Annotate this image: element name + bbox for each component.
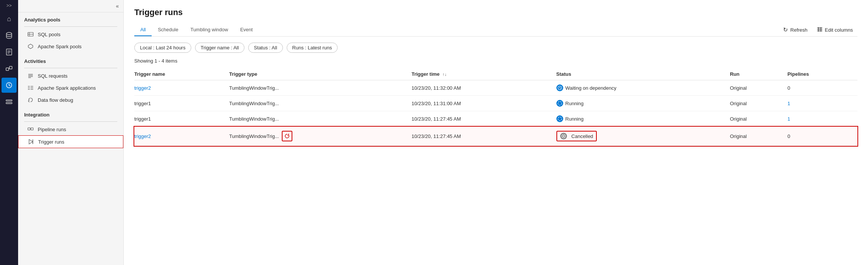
- sql-pools-label: SQL pools: [38, 32, 60, 37]
- sidebar-collapse-button[interactable]: «: [116, 3, 119, 9]
- sidebar-item-sql-pools[interactable]: SQL pools: [18, 28, 123, 40]
- table-body: trigger2 TumblingWindowTrig... 10/23/20,…: [134, 80, 857, 146]
- pipeline-runs-label: Pipeline runs: [38, 127, 66, 132]
- pipeline-count-link-2[interactable]: 1: [787, 116, 790, 122]
- sql-pools-icon: [27, 31, 34, 38]
- running-status-icon-2: [556, 115, 563, 122]
- sidebar-item-data-flow-debug[interactable]: Data flow debug: [18, 94, 123, 106]
- status-cell: Waiting on dependency: [556, 80, 730, 96]
- col-trigger-time[interactable]: Trigger time ↑↓: [412, 68, 556, 80]
- content-area: Trigger runs All Schedule Tumbling windo…: [124, 0, 868, 265]
- filter-runs[interactable]: Runs : Latest runs: [287, 43, 338, 53]
- col-pipelines: Pipelines: [787, 68, 857, 80]
- manage-nav-icon[interactable]: [2, 94, 17, 109]
- table-row-highlighted: trigger2 TumblingWindowTrig...: [134, 127, 857, 146]
- spark-pools-icon: [27, 43, 34, 50]
- run-cell: Original: [730, 96, 788, 111]
- col-trigger-name: Trigger name: [134, 68, 229, 80]
- pipelines-cell: 1: [787, 96, 857, 111]
- page-title: Trigger runs: [134, 8, 857, 17]
- running-status-icon: [556, 100, 563, 107]
- tab-all[interactable]: All: [134, 24, 152, 36]
- svg-rect-5: [6, 68, 9, 70]
- svg-point-0: [6, 32, 12, 35]
- pipelines-cell: 1: [787, 111, 857, 127]
- status-cell: Running: [556, 111, 730, 127]
- refresh-button[interactable]: ↻ Refresh: [779, 23, 812, 36]
- trigger-type-with-icon-cell: TumblingWindowTrig...: [229, 127, 412, 146]
- home-nav-icon[interactable]: ⌂: [2, 11, 17, 26]
- data-flow-debug-label: Data flow debug: [38, 97, 73, 103]
- refresh-label: Refresh: [790, 27, 808, 33]
- icon-rail: >> ⌂: [0, 0, 18, 265]
- trigger-time-cell: 10/23/20, 11:32:00 AM: [412, 80, 556, 96]
- sidebar: « Analytics pools SQL pools Apache Spark…: [18, 0, 124, 265]
- data-nav-icon[interactable]: [2, 28, 17, 43]
- expand-rail-button[interactable]: >>: [6, 3, 12, 8]
- activities-heading: Activities: [18, 54, 123, 66]
- svg-point-35: [558, 101, 562, 105]
- sql-requests-icon: [27, 72, 34, 79]
- status-cell-cancelled: Cancelled: [556, 127, 730, 146]
- status-label: Running: [565, 101, 584, 106]
- filters-row: Local : Last 24 hours Trigger name : All…: [134, 43, 857, 53]
- edit-columns-label: Edit columns: [825, 27, 853, 33]
- svg-point-36: [558, 117, 562, 121]
- develop-nav-icon[interactable]: [2, 44, 17, 60]
- filter-trigger-name[interactable]: Trigger name : All: [195, 43, 244, 53]
- tab-tumbling-window[interactable]: Tumbling window: [184, 24, 234, 36]
- trigger-runs-table: Trigger name Trigger type Trigger time ↑…: [134, 68, 857, 146]
- spark-applications-icon: [27, 84, 34, 91]
- integrate-nav-icon[interactable]: [2, 61, 17, 76]
- svg-rect-9: [6, 100, 12, 101]
- sidebar-header: «: [18, 0, 123, 12]
- refresh-icon: ↻: [783, 26, 788, 33]
- svg-rect-6: [9, 66, 12, 69]
- trigger-time-cell: 10/23/20, 11:27:45 AM: [412, 111, 556, 127]
- sidebar-item-apache-spark-pools[interactable]: Apache Spark pools: [18, 40, 123, 52]
- table-row: trigger1 TumblingWindowTrig... 10/23/20,…: [134, 111, 857, 127]
- table-header: Trigger name Trigger type Trigger time ↑…: [134, 68, 857, 80]
- trigger-time-cell: 10/23/20, 11:27:45 AM: [412, 127, 556, 146]
- sidebar-item-apache-spark-applications[interactable]: Apache Spark applications: [18, 82, 123, 94]
- filter-status[interactable]: Status : All: [248, 43, 283, 53]
- analytics-pools-heading: Analytics pools: [18, 12, 123, 25]
- tab-schedule[interactable]: Schedule: [152, 24, 184, 36]
- trigger-name-link-2[interactable]: trigger2: [134, 133, 151, 139]
- sidebar-item-trigger-runs[interactable]: Trigger runs: [18, 135, 123, 148]
- waiting-status-icon: [556, 84, 563, 91]
- sidebar-item-pipeline-runs[interactable]: Pipeline runs: [18, 123, 123, 135]
- showing-count: Showing 1 - 4 items: [134, 58, 857, 64]
- trigger-type-cell: TumblingWindowTrig...: [229, 80, 412, 96]
- status-cell: Running: [556, 96, 730, 111]
- trigger-time-cell: 10/23/20, 11:31:00 AM: [412, 96, 556, 111]
- sidebar-item-sql-requests[interactable]: SQL requests: [18, 70, 123, 82]
- table-row: trigger2 TumblingWindowTrig... 10/23/20,…: [134, 80, 857, 96]
- svg-rect-25: [31, 128, 33, 130]
- section-divider-3: [24, 121, 117, 122]
- section-divider: [24, 26, 117, 27]
- status-label: Running: [565, 116, 584, 122]
- trigger-name-cell: trigger1: [134, 96, 229, 111]
- svg-rect-24: [28, 128, 30, 130]
- run-cell: Original: [730, 80, 788, 96]
- analytics-pools-section: Analytics pools SQL pools Apache Spark p…: [18, 12, 123, 52]
- pipeline-count-link[interactable]: 1: [787, 101, 790, 106]
- col-run: Run: [730, 68, 788, 80]
- edit-columns-button[interactable]: Edit columns: [812, 24, 857, 36]
- tab-event[interactable]: Event: [234, 24, 259, 36]
- sql-requests-label: SQL requests: [38, 73, 68, 79]
- trigger-name-cell: trigger2: [134, 127, 229, 146]
- data-flow-debug-icon: [27, 97, 34, 103]
- monitor-nav-icon[interactable]: [2, 78, 17, 93]
- main-content: Trigger runs All Schedule Tumbling windo…: [124, 0, 868, 265]
- rerun-icon[interactable]: [282, 131, 292, 141]
- run-cell: Original: [730, 127, 788, 146]
- trigger-name-link[interactable]: trigger2: [134, 85, 151, 91]
- pipeline-runs-icon: [27, 126, 34, 133]
- trigger-type-cell: TumblingWindowTrig...: [229, 111, 412, 127]
- table-row: trigger1 TumblingWindowTrig... 10/23/20,…: [134, 96, 857, 111]
- trigger-type-label: TumblingWindowTrig...: [229, 133, 279, 139]
- col-status: Status: [556, 68, 730, 80]
- filter-local[interactable]: Local : Last 24 hours: [134, 43, 191, 53]
